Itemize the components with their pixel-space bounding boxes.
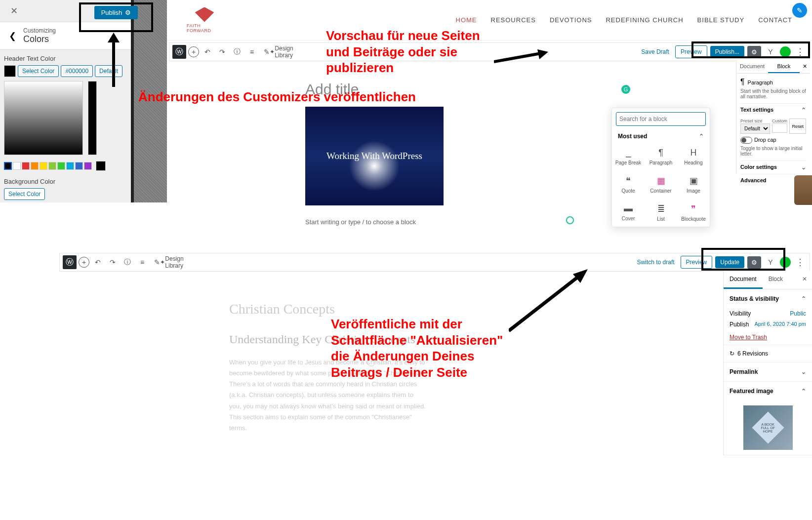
settings-gear-button[interactable]: ⚙ bbox=[747, 46, 761, 58]
sidebar-close-icon[interactable]: ✕ bbox=[800, 60, 810, 73]
move-to-trash-link[interactable]: Move to Trash bbox=[724, 330, 812, 345]
reset-size-button[interactable]: Reset bbox=[789, 119, 806, 134]
swatch-orange[interactable] bbox=[31, 162, 39, 170]
revisions-row[interactable]: ↻6 Revisions bbox=[724, 345, 812, 362]
swatch-purple[interactable] bbox=[84, 162, 92, 170]
add-block-icon[interactable]: + bbox=[79, 257, 89, 268]
block-container[interactable]: ▦Container bbox=[645, 170, 677, 199]
yoast-icon[interactable]: Y bbox=[764, 256, 777, 269]
preset-size-select[interactable]: Default bbox=[740, 123, 770, 134]
swatch-cyan[interactable] bbox=[66, 162, 74, 170]
editor-canvas[interactable]: Add title G Working With WordPress Start… bbox=[167, 61, 812, 226]
swatch-red[interactable] bbox=[22, 162, 30, 170]
featured-image-thumbnail[interactable]: A BOOK FULL OF HOPE bbox=[743, 405, 793, 450]
wordpress-icon[interactable]: ⓦ bbox=[63, 255, 77, 269]
nav-redefining[interactable]: Redefining Church bbox=[606, 16, 683, 24]
most-used-header[interactable]: Most used⌃ bbox=[612, 130, 710, 143]
update-button[interactable]: Update bbox=[715, 256, 744, 268]
nav-contact[interactable]: Contact bbox=[758, 16, 792, 24]
wordpress-icon[interactable]: ⓦ bbox=[172, 45, 186, 59]
featured-image-section[interactable]: Featured image⌃ bbox=[724, 382, 812, 400]
block-list[interactable]: ≣List bbox=[645, 199, 677, 227]
cover-block[interactable]: Working With WordPress bbox=[305, 107, 444, 205]
swatch-lime[interactable] bbox=[48, 162, 56, 170]
yoast-icon[interactable]: Y bbox=[764, 45, 777, 58]
site-logo[interactable]: FAITH FORWARD bbox=[187, 5, 222, 35]
block-heading[interactable]: HHeading bbox=[677, 143, 710, 170]
outline-icon[interactable]: ≡ bbox=[136, 256, 149, 269]
visibility-value[interactable]: Public bbox=[790, 310, 806, 317]
hex-input[interactable]: #000000 bbox=[61, 65, 93, 77]
revisions-icon: ↻ bbox=[730, 350, 734, 357]
select-color-button[interactable]: Select Color bbox=[18, 65, 59, 77]
color-settings-section[interactable]: Color settings⌄ bbox=[740, 160, 806, 174]
tab-document[interactable]: Document bbox=[724, 271, 763, 289]
swatch-blue[interactable] bbox=[75, 162, 83, 170]
redo-icon[interactable]: ↷ bbox=[216, 45, 229, 58]
sidebar-close-icon[interactable]: ✕ bbox=[797, 271, 812, 289]
back-button[interactable]: ❮ bbox=[7, 29, 18, 43]
save-draft-link[interactable]: Save Draft bbox=[638, 46, 672, 57]
publish-label: Publish bbox=[730, 321, 749, 328]
design-library-button[interactable]: ✦ Design Library bbox=[275, 45, 288, 58]
add-block-icon[interactable]: + bbox=[188, 46, 199, 57]
permalink-section[interactable]: Permalink⌄ bbox=[724, 362, 812, 381]
current-color-swatch[interactable] bbox=[4, 65, 16, 77]
custom-size-input[interactable] bbox=[772, 123, 787, 133]
block-paragraph[interactable]: ¶Paragraph bbox=[645, 143, 677, 170]
info-icon[interactable]: ⓘ bbox=[231, 45, 244, 58]
container-icon: ▦ bbox=[647, 175, 675, 186]
edit-fab-icon[interactable]: ✎ bbox=[792, 3, 807, 18]
preview-button[interactable]: Preview bbox=[675, 45, 707, 58]
bg-select-color-button[interactable]: Select Color bbox=[4, 188, 45, 200]
block-blockquote[interactable]: ❞Blockquote bbox=[677, 199, 710, 227]
redo-icon[interactable]: ↷ bbox=[106, 256, 119, 269]
switch-to-draft-link[interactable]: Switch to draft bbox=[634, 257, 678, 268]
mug-decoration bbox=[794, 175, 812, 205]
more-menu-icon[interactable]: ⋮ bbox=[794, 257, 807, 268]
arrow-1 bbox=[99, 33, 128, 92]
nav-devotions[interactable]: Devotions bbox=[550, 16, 592, 24]
block-name: Paragraph bbox=[748, 80, 773, 85]
nav-home[interactable]: Home bbox=[456, 16, 477, 24]
tab-block[interactable]: Block bbox=[763, 271, 789, 289]
jetpack-icon[interactable] bbox=[780, 46, 791, 57]
jetpack-icon[interactable] bbox=[780, 257, 791, 268]
info-icon[interactable]: ⓘ bbox=[121, 256, 134, 269]
swatch-green[interactable] bbox=[57, 162, 65, 170]
undo-icon[interactable]: ↶ bbox=[91, 256, 104, 269]
undo-icon[interactable]: ↶ bbox=[201, 45, 214, 58]
publish-date[interactable]: April 6, 2020 7:40 pm bbox=[754, 321, 806, 328]
customizer-publish-button[interactable]: Publish ⚙ bbox=[94, 6, 138, 19]
swatch-current[interactable] bbox=[96, 161, 106, 171]
background-color-label: Background Color bbox=[4, 178, 127, 185]
design-library-button[interactable]: ✦ Design Library bbox=[165, 256, 178, 269]
outline-icon[interactable]: ≡ bbox=[245, 45, 258, 58]
swatch-yellow[interactable] bbox=[40, 162, 47, 170]
block-quote[interactable]: ❝Quote bbox=[612, 170, 645, 199]
status-visibility-section[interactable]: Status & visibility⌃ bbox=[724, 289, 812, 308]
preview-button[interactable]: Preview bbox=[681, 256, 713, 269]
block-page-break[interactable]: ⎯Page Break bbox=[612, 143, 645, 170]
tab-document[interactable]: Document bbox=[736, 60, 768, 73]
cover-block-title[interactable]: Working With WordPress bbox=[326, 151, 422, 161]
start-writing-prompt[interactable]: Start writing or type / to choose a bloc… bbox=[305, 216, 812, 226]
block-search-input[interactable] bbox=[616, 112, 706, 126]
swatch-white[interactable] bbox=[13, 162, 21, 170]
visibility-label: Visibility bbox=[730, 310, 751, 317]
drop-cap-toggle[interactable] bbox=[740, 137, 752, 144]
color-picker-gradient[interactable] bbox=[4, 81, 83, 155]
close-customizer-button[interactable]: ✕ bbox=[4, 1, 24, 21]
settings-gear-button[interactable]: ⚙ bbox=[747, 256, 761, 269]
grammarly-icon[interactable]: G bbox=[621, 85, 630, 94]
more-menu-icon[interactable]: ⋮ bbox=[794, 46, 807, 57]
swatch-black[interactable] bbox=[4, 162, 12, 170]
nav-resources[interactable]: Resources bbox=[491, 16, 536, 24]
block-cover[interactable]: ▬Cover bbox=[612, 199, 645, 227]
hue-slider[interactable] bbox=[88, 81, 97, 155]
tab-block[interactable]: Block bbox=[768, 60, 800, 73]
text-settings-section[interactable]: Text settings⌃ bbox=[740, 103, 806, 117]
publish-button[interactable]: Publish... bbox=[710, 46, 744, 58]
nav-bible-study[interactable]: Bible Study bbox=[697, 16, 745, 24]
block-image[interactable]: ▣Image bbox=[677, 170, 710, 199]
